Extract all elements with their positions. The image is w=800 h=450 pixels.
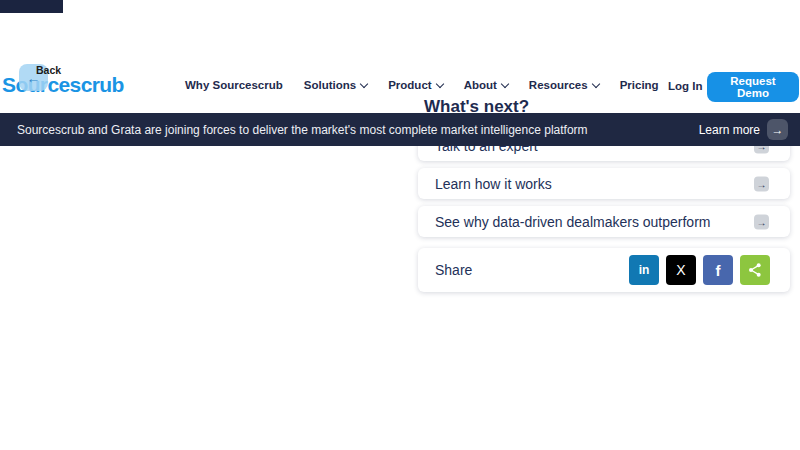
nav-label: Solutions: [304, 79, 356, 91]
request-demo-button[interactable]: Request Demo: [707, 72, 799, 102]
nav-item-solutions[interactable]: Solutions: [304, 79, 367, 91]
share-icon-group: in X f: [629, 255, 770, 285]
nav-item-resources[interactable]: Resources: [529, 79, 599, 91]
share-nodes-glyph: [747, 262, 763, 278]
announcement-banner: Sourcescrub and Grata are joining forces…: [0, 113, 800, 146]
learn-more-link[interactable]: Learn more →: [699, 119, 788, 140]
nav-item-pricing[interactable]: Pricing: [620, 79, 659, 91]
nav-label: Why Sourcescrub: [185, 79, 283, 91]
link-row-learn-how-it-works[interactable]: Learn how it works →: [418, 168, 790, 199]
share-row: Share in X f: [418, 248, 790, 292]
share-label: Share: [435, 262, 472, 278]
nav-label: Product: [388, 79, 431, 91]
nav-label: About: [464, 79, 497, 91]
login-link[interactable]: Log In: [668, 80, 703, 92]
announcement-message: Sourcescrub and Grata are joining forces…: [17, 123, 588, 137]
main-nav: Why Sourcescrub Solutions Product About …: [185, 79, 659, 91]
chevron-down-icon: [591, 79, 599, 87]
share-nodes-icon[interactable]: [740, 255, 770, 285]
nav-item-why-sourcescrub[interactable]: Why Sourcescrub: [185, 79, 283, 91]
link-row-dealmakers-outperform[interactable]: See why data-driven dealmakers outperfor…: [418, 206, 790, 237]
x-twitter-icon[interactable]: X: [666, 255, 696, 285]
chevron-down-icon: [435, 79, 443, 87]
top-left-artifact-bar: [0, 0, 63, 13]
link-label: See why data-driven dealmakers outperfor…: [435, 214, 710, 230]
chevron-down-icon: [360, 79, 368, 87]
facebook-icon[interactable]: f: [703, 255, 733, 285]
learn-more-label: Learn more: [699, 123, 760, 137]
arrow-right-icon[interactable]: →: [767, 119, 788, 140]
nav-item-about[interactable]: About: [464, 79, 508, 91]
back-button-label: Back: [36, 64, 61, 76]
nav-label: Pricing: [620, 79, 659, 91]
arrow-right-icon[interactable]: →: [754, 176, 769, 191]
arrow-right-icon[interactable]: →: [754, 214, 769, 229]
nav-item-product[interactable]: Product: [388, 79, 442, 91]
nav-label: Resources: [529, 79, 588, 91]
linkedin-icon[interactable]: in: [629, 255, 659, 285]
chevron-down-icon: [501, 79, 509, 87]
link-label: Learn how it works: [435, 176, 552, 192]
